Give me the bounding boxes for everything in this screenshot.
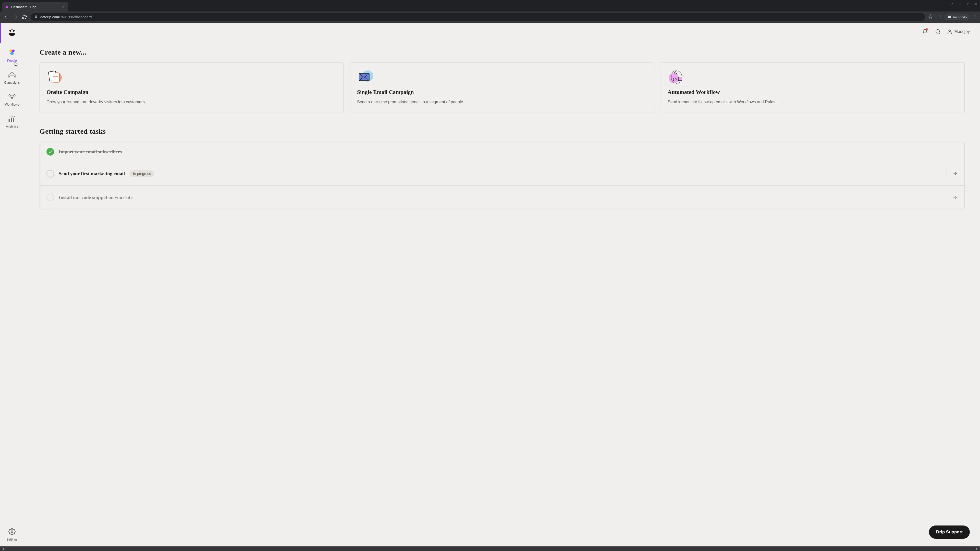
svg-point-15 [14,94,15,96]
tab-title: Dashboard · Drip [11,5,59,9]
scroll-left-icon[interactable]: ◀ [2,547,4,551]
people-icon [7,48,17,57]
main-content: Moodjoy Create a new... Onsite Campaign … [24,23,980,546]
sidebar: People Campaigns Workflows Analytics [0,23,24,546]
campaigns-icon [7,70,17,79]
reload-button[interactable] [21,14,27,20]
card-title: Single Email Campaign [357,89,647,95]
svg-point-0 [6,6,8,8]
svg-point-31 [669,73,679,83]
task-arrow-icon[interactable] [947,192,958,203]
sidebar-item-settings[interactable]: Settings [6,527,18,541]
close-window-icon[interactable] [975,2,978,6]
back-button[interactable] [3,14,9,20]
app-root: People Campaigns Workflows Analytics [0,23,980,546]
svg-point-11 [10,52,14,56]
url-field[interactable]: getdrip.com/7641396/dashboard [30,13,925,21]
sidebar-item-label: Campaigns [4,81,20,84]
search-button[interactable] [934,28,942,35]
url-text: getdrip.com/7641396/dashboard [40,15,92,19]
svg-rect-32 [678,77,682,81]
task-check-pending-icon [46,170,54,178]
svg-point-12 [11,53,12,54]
user-icon [947,29,953,35]
card-desc: Grow your list and turn drive-by visitor… [46,99,337,105]
incognito-label: Incognito [953,15,967,19]
task-title: Send your first marketing email [59,171,125,176]
tab-close-icon[interactable] [61,5,65,9]
card-title: Onsite Campaign [46,89,337,95]
sidebar-item-label: People [7,59,17,62]
username-label: Moodjoy [955,29,970,34]
browser-tab-strip: Dashboard · Drip [0,0,980,11]
sidebar-item-workflows[interactable]: Workflows [5,92,19,106]
svg-rect-17 [9,119,10,122]
svg-point-22 [948,30,950,32]
svg-point-20 [11,531,13,533]
task-title: Import your email subscribers [59,149,122,155]
tasks-list: Import your email subscribers Send your … [40,141,965,210]
browser-address-bar: getdrip.com/7641396/dashboard Incognito [0,11,980,23]
task-row[interactable]: Import your email subscribers [40,142,964,162]
top-bar: Moodjoy [921,28,970,35]
svg-rect-3 [937,15,940,18]
single-email-icon [357,69,375,85]
new-tab-button[interactable] [70,3,78,11]
drip-favicon [5,5,9,9]
tasks-heading: Getting started tasks [40,127,965,135]
tab-search-icon[interactable] [950,2,953,6]
sidebar-item-analytics[interactable]: Analytics [6,114,18,128]
task-row[interactable]: Install our code snippet on your site [40,186,964,209]
sidebar-item-label: Workflows [5,103,19,106]
task-row[interactable]: Send your first marketing email In progr… [40,162,964,186]
task-badge: In progress [129,170,154,177]
svg-point-13 [12,53,13,54]
browser-menu-icon[interactable] [973,14,977,20]
user-menu[interactable]: Moodjoy [947,29,970,35]
card-automated-workflow[interactable]: Automated Workflow Send immediate follow… [661,62,965,112]
svg-rect-2 [967,3,969,5]
svg-point-9 [10,49,12,52]
task-check-pending-icon [46,194,54,201]
create-heading: Create a new... [40,48,965,56]
forward-button[interactable] [12,14,18,20]
workflows-icon [7,92,17,101]
support-label: Drip Support [936,530,963,534]
task-arrow-icon[interactable] [947,168,958,179]
svg-point-10 [12,49,14,52]
svg-rect-18 [11,118,12,122]
onsite-campaign-icon [46,69,64,85]
card-single-email[interactable]: Single Email Campaign Send a one-time pr… [350,62,654,112]
svg-point-14 [9,94,10,96]
sidebar-item-campaigns[interactable]: Campaigns [4,70,20,84]
task-title: Install our code snippet on your site [59,195,133,200]
task-check-done-icon [46,148,54,156]
bookmark-icon[interactable] [928,14,933,20]
svg-point-1 [7,6,7,6]
horizontal-scrollbar[interactable]: ◀ ▶ [0,546,980,551]
svg-point-4 [948,17,950,18]
incognito-badge[interactable]: Incognito [945,14,969,21]
notifications-button[interactable] [921,28,929,35]
lock-icon [34,15,38,19]
svg-rect-19 [13,118,14,122]
sidebar-item-people[interactable]: People [7,48,17,62]
card-desc: Send a one-time promotional email to a s… [357,99,647,105]
minimize-icon[interactable] [959,2,962,6]
support-button[interactable]: Drip Support [929,526,970,539]
drip-logo[interactable] [7,28,17,38]
svg-rect-25 [52,73,59,82]
card-onsite-campaign[interactable]: Onsite Campaign Grow your list and turn … [40,62,344,112]
maximize-icon[interactable] [967,2,969,6]
create-card-row: Onsite Campaign Grow your list and turn … [40,62,965,112]
extensions-icon[interactable] [936,14,941,20]
svg-point-7 [975,16,975,17]
settings-icon [7,527,17,536]
sidebar-item-label: Analytics [6,125,18,128]
browser-tab[interactable]: Dashboard · Drip [2,2,68,11]
card-desc: Send immediate follow-up emails with Wor… [668,99,958,105]
svg-point-6 [975,15,975,16]
scroll-right-icon[interactable]: ▶ [976,547,978,551]
sidebar-item-label: Settings [6,538,18,541]
notification-dot [926,28,928,30]
